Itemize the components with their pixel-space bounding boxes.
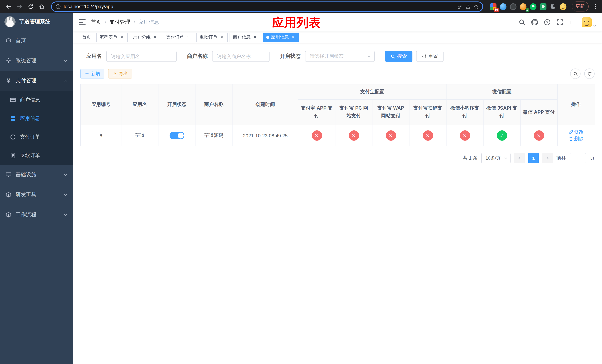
delete-link[interactable]: 删除 xyxy=(569,136,584,142)
reset-button[interactable]: 重置 xyxy=(416,51,443,62)
tab-process-form[interactable]: 流程表单 xyxy=(96,32,128,42)
page-size-value: 10条/页 xyxy=(485,155,501,161)
extension-wechat-icon[interactable] xyxy=(530,3,537,10)
add-button[interactable]: 新增 xyxy=(80,69,104,78)
grid-icon xyxy=(10,116,16,121)
page-number-button[interactable]: 1 xyxy=(528,153,539,163)
app-logo[interactable]: 芋道管理系统 xyxy=(0,13,73,31)
close-icon[interactable] xyxy=(219,35,224,40)
sidebar-item-payment[interactable]: ¥ 支付管理 xyxy=(0,71,73,91)
sidebar-item-home[interactable]: 首页 xyxy=(0,31,73,51)
tab-user-group[interactable]: 用户分组 xyxy=(129,32,161,42)
github-icon[interactable] xyxy=(531,19,538,26)
prev-page-button[interactable] xyxy=(514,153,525,163)
refresh-table-button[interactable] xyxy=(584,68,595,79)
extension-green-square-icon[interactable] xyxy=(540,3,547,10)
config-status-icon: ✕ xyxy=(534,130,544,141)
extensions-puzzle-icon[interactable] xyxy=(550,3,557,10)
sidebar-item-merchant-info[interactable]: 商户信息 xyxy=(0,91,73,109)
hamburger-icon[interactable] xyxy=(78,19,86,26)
sidebar-item-dev-tools[interactable]: 研发工具 xyxy=(0,185,73,205)
user-avatar-menu[interactable] xyxy=(582,17,596,27)
close-icon[interactable] xyxy=(119,35,124,40)
annotation-app-list-title: 应用列表 xyxy=(272,15,321,31)
password-key-icon[interactable] xyxy=(457,4,462,9)
address-bar[interactable]: localhost:1024/pay/app xyxy=(51,1,483,12)
breadcrumb-payment[interactable]: 支付管理 xyxy=(110,19,130,26)
close-icon[interactable] xyxy=(291,35,296,40)
column-header-wechat-jsapi: 微信 JSAPI 支付 xyxy=(483,99,520,125)
tab-home[interactable]: 首页 xyxy=(79,32,94,42)
sidebar-item-label: 研发工具 xyxy=(16,192,60,198)
cell-ops: 修改 删除 xyxy=(557,125,595,146)
sidebar-item-system[interactable]: 系统管理 xyxy=(0,51,73,71)
reset-button-label: 重置 xyxy=(428,53,438,60)
extension-chat-icon[interactable]: 1 xyxy=(520,3,527,10)
app-table: 应用编号 应用名 开启状态 商户名称 创建时间 支付宝配置 微信配置 操作 支付… xyxy=(80,84,595,146)
page-size-select[interactable]: 10条/页 xyxy=(482,153,511,163)
browser-reload-button[interactable] xyxy=(26,2,35,11)
browser-update-button[interactable]: 更新 xyxy=(572,1,589,11)
column-header-wechat-app: 微信 APP 支付 xyxy=(520,99,557,125)
search-button[interactable]: 搜索 xyxy=(385,51,412,62)
app-title: 芋道管理系统 xyxy=(19,19,50,25)
next-page-button[interactable] xyxy=(542,153,553,163)
tab-refund-orders[interactable]: 退款订单 xyxy=(196,32,228,42)
sidebar-item-workflow[interactable]: 工作流程 xyxy=(0,205,73,225)
sidebar-item-refund-orders[interactable]: 退款订单 xyxy=(0,146,73,165)
enable-switch[interactable] xyxy=(169,132,184,139)
filter-form: 应用名 商户名称 开启状态 请选择开启状态 xyxy=(86,51,595,62)
add-button-label: 新增 xyxy=(91,71,100,77)
sidebar-item-app-info[interactable]: 应用信息 xyxy=(0,109,73,128)
sidebar-item-label: 商户信息 xyxy=(20,97,68,103)
tab-payment-orders[interactable]: 支付订单 xyxy=(163,32,194,42)
export-button[interactable]: 导出 xyxy=(108,69,132,78)
sidebar-item-label: 工作流程 xyxy=(16,212,60,218)
extension-dark-icon[interactable] xyxy=(510,3,516,10)
help-icon[interactable]: ? xyxy=(544,19,550,26)
goto-page-input[interactable] xyxy=(570,153,586,163)
column-header-wechat-mini: 微信小程序支付 xyxy=(446,99,483,125)
tab-app-info[interactable]: 应用信息 xyxy=(263,32,299,42)
browser-forward-button[interactable] xyxy=(15,2,24,11)
browser-back-button[interactable] xyxy=(4,2,13,11)
merchant-name-input[interactable] xyxy=(212,51,269,62)
tab-merchant-info[interactable]: 商户信息 xyxy=(230,32,261,42)
close-icon[interactable] xyxy=(152,35,158,40)
cell-created: 2021-10-23 08:49:25 xyxy=(232,125,298,146)
forward-arrow-icon xyxy=(17,3,22,10)
close-icon[interactable] xyxy=(186,35,191,40)
home-icon xyxy=(39,3,45,10)
extension-grid-icon[interactable]: 10 xyxy=(490,3,496,10)
column-header-merchant: 商户名称 xyxy=(195,84,232,125)
site-info-icon[interactable] xyxy=(55,4,61,9)
browser-menu-icon[interactable] xyxy=(592,4,598,9)
chevron-down-icon xyxy=(367,54,371,58)
pagination: 共 1 条 10条/页 1 前往 xyxy=(80,153,595,163)
profile-avatar-icon[interactable] xyxy=(560,3,567,10)
close-icon[interactable] xyxy=(252,35,258,40)
group-header-alipay: 支付宝配置 xyxy=(298,84,446,99)
sidebar-item-payment-orders[interactable]: 支付订单 xyxy=(0,128,73,146)
extension-drop-icon[interactable] xyxy=(500,3,506,10)
cell-wechat-mini: ✕ xyxy=(446,125,483,146)
extensions-area: 10 1 xyxy=(488,3,569,10)
bookmark-star-icon[interactable] xyxy=(473,4,479,9)
font-size-icon[interactable]: TT xyxy=(569,19,576,26)
chevron-down-icon xyxy=(63,172,68,177)
browser-home-button[interactable] xyxy=(37,2,47,11)
breadcrumb-home[interactable]: 首页 xyxy=(91,19,101,26)
column-header-status: 开启状态 xyxy=(158,84,195,125)
chevron-down-icon xyxy=(63,213,68,217)
box-icon xyxy=(5,212,12,218)
fullscreen-icon[interactable] xyxy=(557,19,563,26)
sidebar-item-infrastructure[interactable]: 基础设施 xyxy=(0,165,73,185)
breadcrumb-separator xyxy=(105,19,106,25)
search-icon[interactable] xyxy=(519,19,525,26)
status-select[interactable]: 请选择开启状态 xyxy=(305,51,375,62)
dashboard-icon xyxy=(5,38,12,44)
share-icon[interactable] xyxy=(465,4,471,9)
app-name-input[interactable] xyxy=(106,51,177,62)
edit-link[interactable]: 修改 xyxy=(569,129,584,136)
toggle-search-button[interactable] xyxy=(570,68,580,79)
